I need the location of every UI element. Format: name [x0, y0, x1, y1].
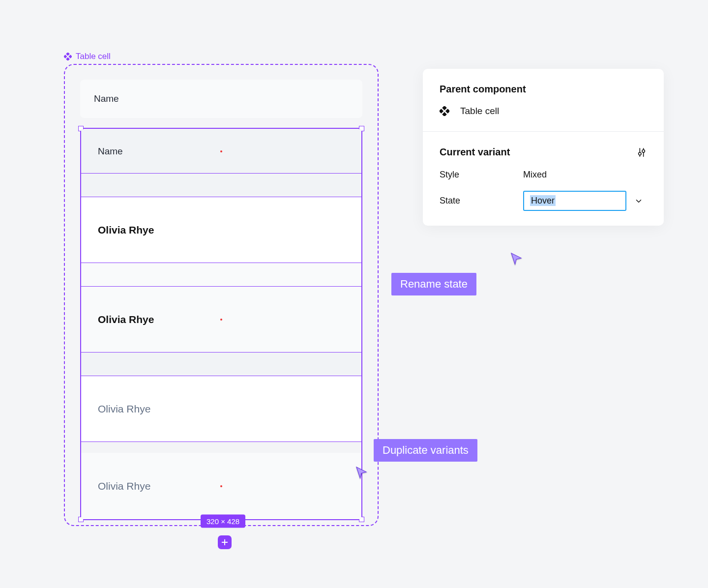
component-set-label[interactable]: Table cell [64, 52, 111, 61]
variant-bold-grey[interactable]: Olivia Rhye [81, 287, 361, 353]
cursor-duplicate [354, 465, 369, 479]
svg-rect-1 [66, 57, 70, 60]
variant-label: Olivia Rhye [98, 403, 150, 415]
marker-icon [220, 150, 222, 152]
variant-label: Olivia Rhye [98, 480, 150, 492]
tooltip-duplicate: Duplicate variants [374, 439, 477, 462]
variant-header-default[interactable]: Name [80, 80, 362, 118]
svg-rect-8 [440, 109, 443, 114]
state-input-wrap[interactable]: Hover [523, 191, 626, 211]
variant-header-label: Name [94, 93, 119, 104]
variant-label: Olivia Rhye [98, 314, 154, 325]
parent-component-heading: Parent component [440, 84, 647, 95]
component-set-name: Table cell [76, 52, 111, 61]
variant-regular-white[interactable]: Olivia Rhye [81, 376, 361, 442]
variant-gap [81, 442, 361, 453]
style-value: Mixed [523, 170, 547, 180]
style-property-row[interactable]: Style Mixed [440, 170, 647, 180]
variant-label: Olivia Rhye [98, 224, 154, 236]
settings-icon[interactable] [636, 147, 647, 158]
component-icon [440, 106, 449, 116]
current-variant-heading: Current variant [440, 147, 510, 158]
variant-label: Name [98, 146, 123, 157]
parent-component-row[interactable]: Table cell [440, 106, 647, 117]
state-label: State [440, 196, 523, 206]
style-label: Style [440, 170, 523, 180]
component-set-icon [64, 53, 72, 60]
svg-rect-2 [64, 55, 67, 59]
svg-rect-7 [442, 112, 447, 116]
variant-gap [81, 353, 361, 376]
current-variant-section: Current variant Style Mixed State Hover [423, 131, 664, 226]
svg-point-11 [639, 152, 642, 155]
state-property-row: State Hover [440, 191, 647, 211]
variant-gap [81, 263, 361, 287]
variant-regular-grey[interactable]: Olivia Rhye [81, 453, 361, 519]
plus-icon [220, 538, 229, 547]
state-input[interactable]: Hover [530, 195, 556, 206]
inspector-panel: Parent component Table cell Current vari… [423, 69, 664, 226]
svg-rect-0 [66, 53, 70, 56]
marker-icon [220, 319, 222, 321]
parent-component-name: Table cell [460, 106, 499, 117]
add-variant-button[interactable] [218, 535, 232, 549]
chevron-down-icon[interactable] [634, 197, 643, 206]
dimensions-badge: 320 × 428 [201, 515, 245, 528]
variant-header-selected[interactable]: Name [81, 129, 361, 174]
svg-rect-9 [445, 109, 449, 114]
parent-component-section: Parent component Table cell [423, 69, 664, 131]
cursor-rename [509, 251, 524, 265]
variant-gap [81, 174, 361, 197]
marker-icon [220, 485, 222, 487]
svg-point-13 [642, 149, 645, 152]
variant-bold-white[interactable]: Olivia Rhye [81, 197, 361, 263]
svg-rect-3 [68, 55, 72, 59]
svg-rect-6 [442, 106, 447, 110]
tooltip-rename: Rename state [391, 273, 476, 295]
